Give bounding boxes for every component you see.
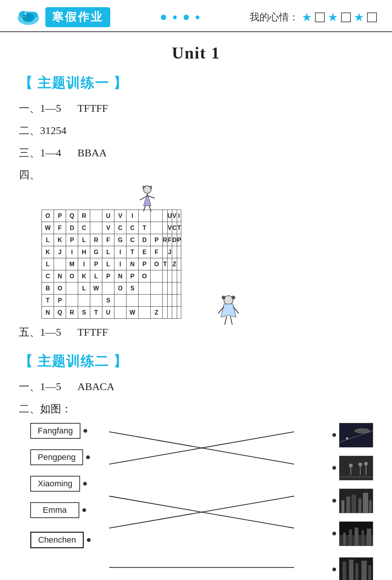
svg-line-51 <box>109 432 294 464</box>
svg-rect-46 <box>343 561 346 580</box>
label-1-3: 三、1—4 <box>19 147 61 159</box>
page-title: Unit 1 <box>0 43 392 63</box>
name-box-chenchen: Chenchen <box>30 532 84 548</box>
dot-3 <box>184 15 189 20</box>
svg-rect-48 <box>355 563 358 580</box>
grid-row: N Q R S T U W Z <box>42 307 163 319</box>
label-2-2: 二、如图： <box>19 403 72 415</box>
image-thumb-5 <box>339 557 373 580</box>
mood-label: 我的心情： <box>250 11 299 24</box>
star-1: ★ <box>302 11 312 24</box>
svg-rect-41 <box>349 529 352 546</box>
image-thumb-2 <box>339 456 373 480</box>
wordsearch-grid: O P Q R U V I W F D C V <box>42 210 163 319</box>
svg-line-15 <box>225 316 227 325</box>
svg-rect-32 <box>341 500 344 513</box>
mood-box-1[interactable] <box>315 12 325 22</box>
svg-line-53 <box>109 496 294 528</box>
svg-rect-44 <box>367 529 371 546</box>
svg-line-16 <box>230 316 232 325</box>
image-thumb-1 <box>339 423 373 447</box>
item-1-4: 四、 <box>19 167 373 184</box>
label-2-1: 一、1—5 <box>19 381 61 392</box>
value-1-5: TFTFF <box>67 326 108 338</box>
grid-row: L M I P L I N P O <box>42 258 163 270</box>
logo-icon <box>15 7 42 28</box>
svg-point-25 <box>349 464 353 467</box>
image-thumb-4 <box>339 521 373 546</box>
grid-row: L K P L R F G C D P <box>42 234 163 246</box>
mood-section: 我的心情： ★ ★ ★ <box>250 11 377 24</box>
dot-xiaoming <box>83 482 87 486</box>
grid-row: W F D C V C C T <box>42 222 163 234</box>
name-box-fangfang: Fangfang <box>30 423 80 439</box>
section2-header: 【 主题训练二 】 <box>19 352 373 371</box>
svg-line-11 <box>149 206 151 211</box>
item-1-2: 二、31254 <box>19 122 373 139</box>
header-title: 寒假作业 <box>45 7 110 27</box>
mood-box-3[interactable] <box>367 12 377 22</box>
svg-line-54 <box>109 496 294 528</box>
item-1-3: 三、1—4 BBAA <box>19 145 373 162</box>
star-3: ★ <box>354 11 364 24</box>
svg-point-27 <box>358 463 362 466</box>
dot-img-5 <box>332 568 336 571</box>
dot-emma <box>82 508 86 512</box>
value-1-1: TFTFF <box>67 102 108 114</box>
svg-rect-47 <box>349 560 353 580</box>
dot-img-3 <box>332 499 336 503</box>
svg-rect-42 <box>355 528 358 546</box>
svg-rect-43 <box>361 530 364 546</box>
star-2: ★ <box>328 11 338 24</box>
svg-rect-33 <box>346 497 350 513</box>
label-1-1: 一、1—5 <box>19 102 61 114</box>
svg-point-17 <box>222 296 225 299</box>
dot-pengpeng <box>86 455 90 459</box>
grid-row: K J I H G L I T E F <box>42 246 163 258</box>
svg-rect-40 <box>343 532 346 546</box>
name-box-xiaoming: Xiaoming <box>30 476 80 492</box>
dot-2 <box>173 15 177 19</box>
svg-rect-49 <box>361 561 367 580</box>
svg-rect-35 <box>358 498 361 513</box>
wordsearch-extra: UVI VCT RFDP J TZ <box>162 210 181 319</box>
dot-img-4 <box>332 532 336 535</box>
svg-point-18 <box>231 296 235 299</box>
label-1-2: 二、31254 <box>19 125 66 136</box>
name-box-pengpeng: Pengpeng <box>30 449 83 465</box>
grid-row: C N O K L P N P O <box>42 270 163 282</box>
label-1-4: 四、 <box>19 169 40 180</box>
dot-img-2 <box>332 466 336 470</box>
svg-rect-37 <box>369 500 372 513</box>
item-1-1: 一、1—5 TFTFF <box>19 100 373 117</box>
label-1-5: 五、1—5 <box>19 326 61 338</box>
grid-row: T P S <box>42 295 163 307</box>
mood-box-2[interactable] <box>341 12 351 22</box>
name-box-emma: Emma <box>30 502 79 518</box>
image-thumb-3 <box>339 489 373 513</box>
value-1-3: BBAA <box>67 147 107 159</box>
value-2-1: ABACA <box>67 381 114 392</box>
dot-fangfang <box>83 429 87 433</box>
svg-rect-36 <box>363 493 368 513</box>
page-header: 寒假作业 我的心情： ★ ★ ★ <box>0 0 392 32</box>
dot-4 <box>196 15 199 19</box>
svg-rect-19 <box>340 423 373 447</box>
header-dots <box>110 15 250 20</box>
character-bottom-icon <box>215 295 242 332</box>
svg-rect-50 <box>368 565 371 580</box>
svg-point-21 <box>355 429 370 433</box>
item-2-1: 一、1—5 ABACA <box>19 378 373 395</box>
svg-point-3 <box>22 13 34 22</box>
svg-point-29 <box>364 462 368 466</box>
svg-rect-23 <box>340 456 373 480</box>
item-1-5: 五、1—5 TFTFF <box>19 324 373 341</box>
section1-header: 【 主题训练一 】 <box>19 74 373 93</box>
dot-chenchen <box>87 538 91 542</box>
svg-point-22 <box>346 437 348 440</box>
svg-point-5 <box>26 13 27 14</box>
grid-row: B O L W O S <box>42 282 163 295</box>
dot-1 <box>161 15 166 20</box>
svg-rect-34 <box>352 495 356 513</box>
dot-img-1 <box>332 433 336 437</box>
